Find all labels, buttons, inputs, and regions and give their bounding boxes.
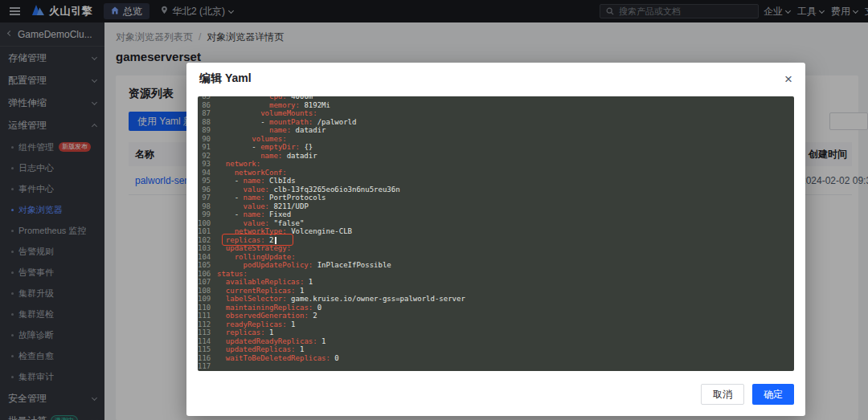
yaml-line-101[interactable]: 101 networkType: Volcengine-CLB [198, 227, 794, 236]
yaml-line-107[interactable]: 107 availableReplicas: 1 [198, 278, 794, 287]
yaml-line-115[interactable]: 115 updatedReplicas: 1 [198, 345, 794, 354]
yaml-line-98[interactable]: 98 value: 8211/UDP [198, 202, 794, 211]
line-number: 88 [198, 118, 217, 127]
line-number: 104 [198, 253, 217, 262]
yaml-line-88[interactable]: 88 - mountPath: /palworld [198, 118, 794, 127]
line-number: 108 [198, 287, 217, 296]
modal-body: 85 cpu: 4000m86 memory: 8192Mi87 volumeM… [186, 95, 805, 373]
line-number: 113 [198, 328, 217, 337]
yaml-line-116[interactable]: 116 waitToBeDeletedReplicas: 0 [198, 354, 794, 363]
yaml-line-87[interactable]: 87 volumeMounts: [198, 109, 794, 118]
line-number: 94 [198, 169, 217, 177]
yaml-line-106[interactable]: 106status: [198, 270, 794, 279]
line-number: 92 [198, 152, 217, 161]
yaml-line-92[interactable]: 92 name: datadir [198, 152, 794, 161]
yaml-line-94[interactable]: 94 networkConf: [198, 169, 794, 177]
yaml-line-86[interactable]: 86 memory: 8192Mi [198, 101, 794, 110]
confirm-button[interactable]: 确定 [752, 384, 794, 405]
line-number: 105 [198, 261, 217, 270]
line-number: 100 [198, 219, 217, 228]
line-number: 96 [198, 186, 217, 194]
yaml-line-110[interactable]: 110 maintainingReplicas: 0 [198, 304, 794, 312]
yaml-line-100[interactable]: 100 value: "false" [198, 219, 794, 228]
yaml-line-91[interactable]: 91 - emptyDir: {} [198, 143, 794, 152]
line-number: 86 [198, 101, 217, 110]
line-number: 109 [198, 295, 217, 304]
modal-header: 编辑 Yaml × [186, 63, 805, 95]
line-number: 101 [198, 227, 217, 236]
yaml-line-90[interactable]: 90 volumes: [198, 135, 794, 144]
yaml-line-117[interactable]: 117 [198, 362, 794, 371]
close-icon[interactable]: × [784, 72, 792, 86]
line-number: 87 [198, 109, 217, 118]
yaml-editor[interactable]: 85 cpu: 4000m86 memory: 8192Mi87 volumeM… [198, 96, 794, 371]
line-number: 111 [198, 312, 217, 320]
line-number: 95 [198, 177, 217, 186]
yaml-line-109[interactable]: 109 labelSelector: game.kruise.io/owner-… [198, 295, 794, 304]
annotated-yaml-segment: replicas: 2 [226, 236, 277, 244]
line-number: 115 [198, 345, 217, 354]
line-number: 99 [198, 210, 217, 219]
yaml-line-103[interactable]: 103 updateStrategy: [198, 244, 794, 253]
line-number: 93 [198, 160, 217, 169]
yaml-line-102[interactable]: 102 replicas: 2 [198, 236, 794, 245]
yaml-line-111[interactable]: 111 observedGeneration: 2 [198, 312, 794, 320]
yaml-line-99[interactable]: 99 - name: Fixed [198, 210, 794, 219]
yaml-line-105[interactable]: 105 podUpdatePolicy: InPlaceIfPossible [198, 261, 794, 270]
line-number: 98 [198, 202, 217, 211]
yaml-line-93[interactable]: 93 network: [198, 160, 794, 169]
screen: 火山引擎 总览 华北2 (北京) 企业工具费用支持 [0, 0, 868, 420]
yaml-line-108[interactable]: 108 currentReplicas: 1 [198, 287, 794, 296]
yaml-line-97[interactable]: 97 - name: PortProtocols [198, 194, 794, 202]
yaml-code: 85 cpu: 4000m86 memory: 8192Mi87 volumeM… [198, 96, 794, 371]
line-number: 91 [198, 143, 217, 152]
yaml-line-96[interactable]: 96 value: clb-13fq3265eo6io3n6nu5reu36n [198, 186, 794, 194]
line-number: 97 [198, 194, 217, 202]
yaml-line-89[interactable]: 89 name: datadir [198, 126, 794, 135]
yaml-line-113[interactable]: 113 replicas: 1 [198, 328, 794, 337]
line-number: 106 [198, 270, 217, 279]
cancel-button[interactable]: 取消 [701, 384, 744, 405]
line-number: 107 [198, 278, 217, 287]
yaml-line-112[interactable]: 112 readyReplicas: 1 [198, 320, 794, 329]
line-number: 102 [198, 236, 217, 245]
yaml-line-95[interactable]: 95 - name: ClbIds [198, 177, 794, 186]
edit-yaml-modal: 编辑 Yaml × 85 cpu: 4000m86 memory: 8192Mi… [186, 63, 805, 416]
yaml-line-114[interactable]: 114 updatedReadyReplicas: 1 [198, 337, 794, 346]
modal-title: 编辑 Yaml [199, 71, 784, 86]
line-number: 117 [198, 362, 217, 371]
line-number: 89 [198, 126, 217, 135]
text-cursor [275, 237, 276, 244]
line-number: 112 [198, 320, 217, 329]
yaml-line-104[interactable]: 104 rollingUpdate: [198, 253, 794, 262]
line-number: 110 [198, 304, 217, 312]
line-number: 114 [198, 337, 217, 346]
modal-footer: 取消 确定 [186, 373, 805, 416]
line-number: 90 [198, 135, 217, 144]
line-number: 116 [198, 354, 217, 363]
line-number: 103 [198, 244, 217, 253]
